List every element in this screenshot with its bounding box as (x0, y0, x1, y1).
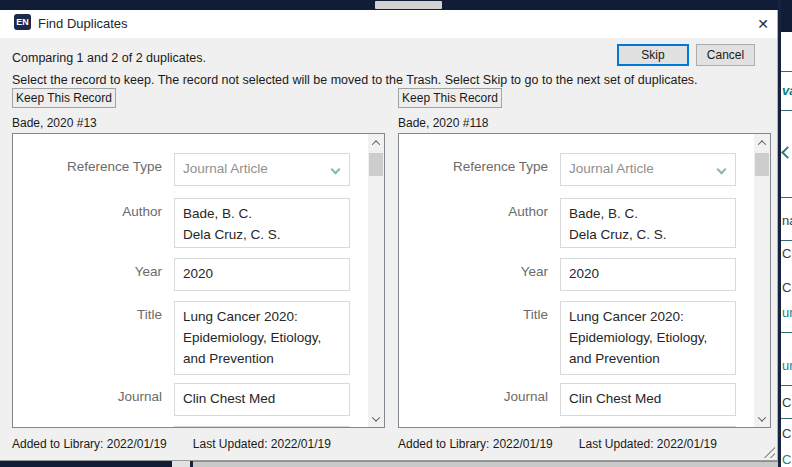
divider (781, 332, 792, 333)
field-label: Year (13, 258, 174, 279)
field-label: Author (399, 198, 560, 219)
keep-this-record-button-right[interactable]: Keep This Record (398, 88, 502, 108)
journal-field[interactable]: Clin Chest Med (560, 383, 736, 416)
field-row: Journal Clin Chest Med (399, 383, 736, 416)
field-label: Title (399, 301, 560, 322)
reference-type-dropdown[interactable]: Journal Article (174, 153, 350, 186)
field-label: Journal (13, 383, 174, 404)
field-label: Year (399, 258, 560, 279)
title-field[interactable]: Lung Cancer 2020: Epidemiology, Etiology… (174, 301, 350, 375)
field-row: Year 2020 (13, 258, 350, 291)
added-to-library-text: Added to Library: 2022/01/19 (12, 437, 167, 451)
keep-this-record-button-left[interactable]: Keep This Record (12, 88, 116, 108)
background-horizontal-scrollbar[interactable] (193, 461, 778, 467)
field-label: Journal (399, 383, 560, 404)
field-label: Author (13, 198, 174, 219)
vertical-scrollbar[interactable] (754, 134, 770, 427)
field-value: Bade, B. C. Dela Cruz, C. S. (183, 203, 341, 245)
field-value: 2020 (569, 263, 727, 284)
record-panel-left: Reference Type Journal Article Author Ba… (12, 133, 385, 428)
background-text-fragment: ure (782, 305, 792, 320)
dialog-title: Find Duplicates (38, 16, 128, 31)
background-text-fragment: Cl (782, 280, 792, 295)
instruction-text: Select the record to keep. The record no… (12, 73, 698, 87)
scrollbar-thumb[interactable] (755, 153, 769, 176)
scroll-up-arrow[interactable] (368, 134, 384, 151)
year-field[interactable]: 2020 (560, 258, 736, 291)
background-text-fragment: C (782, 426, 791, 441)
record-dates-left: Added to Library: 2022/01/19Last Updated… (12, 437, 331, 451)
field-label: Reference Type (13, 153, 174, 174)
dialog-titlebar[interactable]: EN Find Duplicates ✕ (0, 10, 777, 38)
background-window-bottom-bar (0, 461, 172, 467)
scroll-down-arrow[interactable] (754, 410, 770, 427)
author-field[interactable]: Bade, B. C. Dela Cruz, C. S. (560, 198, 736, 248)
divider (781, 240, 792, 241)
background-scrollbar-thumb (375, 1, 442, 9)
close-button[interactable]: ✕ (744, 10, 782, 38)
field-value: Lung Cancer 2020: Epidemiology, Etiology… (183, 306, 341, 369)
last-updated-text: Last Updated: 2022/01/19 (193, 437, 331, 451)
field-row: Year 2020 (399, 258, 736, 291)
background-bottom-segment (172, 461, 190, 467)
background-text-fragment: na (782, 213, 792, 228)
partial-field (560, 426, 736, 428)
field-label (13, 426, 174, 428)
background-header-corner (781, 0, 792, 32)
author-field[interactable]: Bade, B. C. Dela Cruz, C. S. (174, 198, 350, 248)
field-value: Clin Chest Med (183, 388, 341, 409)
field-row: Journal Clin Chest Med (13, 383, 350, 416)
comparing-status-text: Comparing 1 and 2 of 2 duplicates. (12, 51, 206, 65)
background-window-top-bar (0, 0, 792, 10)
find-duplicates-dialog: EN Find Duplicates ✕ Comparing 1 and 2 o… (0, 10, 778, 461)
scrollbar-thumb[interactable] (369, 153, 383, 176)
vertical-scrollbar[interactable] (368, 134, 384, 427)
divider (781, 418, 792, 419)
record-citation-label-left: Bade, 2020 #13 (12, 116, 97, 130)
divider (781, 110, 792, 111)
added-to-library-text: Added to Library: 2022/01/19 (398, 437, 553, 451)
field-value: 2020 (183, 263, 341, 284)
collapse-chevron-icon (781, 146, 792, 159)
field-label: Title (13, 301, 174, 322)
divider (781, 385, 792, 386)
field-value: Lung Cancer 2020: Epidemiology, Etiology… (569, 306, 727, 369)
field-row: Reference Type Journal Article (399, 153, 736, 186)
skip-button[interactable]: Skip (617, 44, 689, 66)
background-window-right-sliver: va na Cl Cl ure ure C C C (781, 0, 792, 467)
year-field[interactable]: 2020 (174, 258, 350, 291)
record-dates-right: Added to Library: 2022/01/19Last Updated… (398, 437, 717, 451)
field-row: Author Bade, B. C. Dela Cruz, C. S. (13, 198, 350, 248)
divider (781, 197, 792, 198)
record-panel-right: Reference Type Journal Article Author Ba… (398, 133, 771, 428)
last-updated-text: Last Updated: 2022/01/19 (579, 437, 717, 451)
scroll-up-arrow[interactable] (754, 134, 770, 151)
partial-field (174, 426, 350, 428)
journal-field[interactable]: Clin Chest Med (174, 383, 350, 416)
background-text-fragment: Cl (782, 246, 792, 261)
field-label: Reference Type (399, 153, 560, 174)
field-value: Journal Article (569, 158, 727, 179)
field-row-partial (13, 426, 350, 428)
field-value: Bade, B. C. Dela Cruz, C. S. (569, 203, 727, 245)
field-row-partial (399, 426, 736, 428)
background-text-fragment: C (782, 452, 791, 467)
field-row: Title Lung Cancer 2020: Epidemiology, Et… (399, 301, 736, 375)
field-row: Reference Type Journal Article (13, 153, 350, 186)
field-row: Title Lung Cancer 2020: Epidemiology, Et… (13, 301, 350, 375)
reference-type-dropdown[interactable]: Journal Article (560, 153, 736, 186)
title-field[interactable]: Lung Cancer 2020: Epidemiology, Etiology… (560, 301, 736, 375)
background-text-fragment: C (782, 395, 791, 410)
field-value: Clin Chest Med (569, 388, 727, 409)
field-row: Author Bade, B. C. Dela Cruz, C. S. (399, 198, 736, 248)
background-text-fragment: va (782, 83, 792, 98)
endnote-app-icon: EN (14, 14, 31, 30)
background-text-fragment: ure (782, 358, 792, 373)
field-value: Journal Article (183, 158, 341, 179)
resize-grip[interactable] (761, 444, 775, 458)
record-citation-label-right: Bade, 2020 #118 (398, 116, 489, 130)
cancel-button[interactable]: Cancel (696, 44, 755, 66)
divider (781, 71, 792, 72)
scroll-down-arrow[interactable] (368, 410, 384, 427)
field-label (399, 426, 560, 428)
